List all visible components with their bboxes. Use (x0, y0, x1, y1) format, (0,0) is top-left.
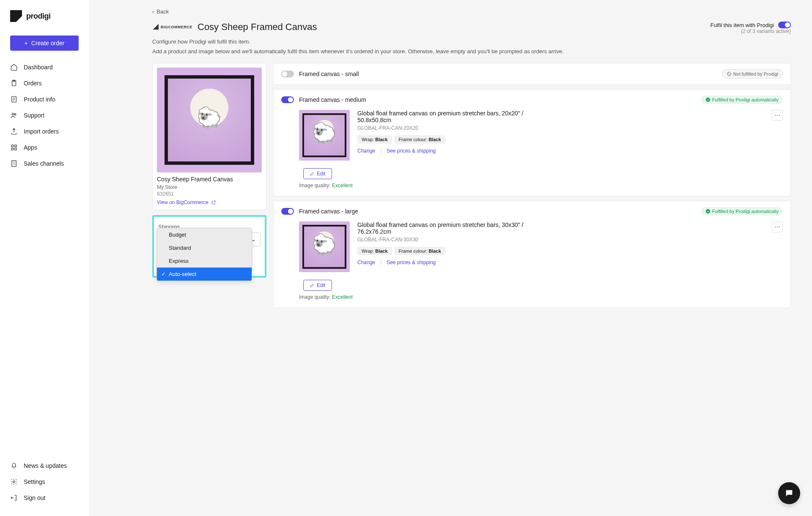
logo-text: prodigi (26, 12, 51, 21)
product-store: My Store (157, 184, 262, 190)
see-prices-link[interactable]: See prices & shipping (387, 259, 436, 265)
product-card: Cosy Sheep Framed Canvas My Store 632651… (152, 63, 266, 210)
svg-point-3 (14, 114, 16, 115)
doc-icon (10, 96, 18, 103)
change-link[interactable]: Change (357, 148, 375, 154)
fulfil-sub: (2 of 3 variants active) (710, 28, 791, 34)
sidebar-item-sales-channels[interactable]: Sales channels (0, 156, 89, 172)
variant-toggle-medium[interactable] (281, 96, 294, 103)
see-prices-link[interactable]: See prices & shipping (387, 148, 436, 154)
badge-label: Fulfilled by Prodigi automatically (712, 97, 779, 102)
svg-point-9 (13, 481, 15, 483)
dropdown-option-auto-select[interactable]: Auto-select (157, 268, 252, 281)
dropdown-option-budget[interactable]: Budget (157, 228, 252, 241)
svg-rect-14 (787, 493, 790, 493)
frame-chip: Frame colour: Black (395, 247, 445, 255)
sidebar-item-apps[interactable]: Apps (0, 139, 89, 156)
sidebar-item-dashboard[interactable]: Dashboard (0, 59, 89, 75)
variant-toggle-small[interactable] (281, 71, 294, 77)
check-circle-icon (705, 209, 710, 214)
create-order-label: Create order (31, 40, 65, 46)
product-image (157, 68, 262, 172)
back-link[interactable]: ‹ Back (152, 8, 791, 15)
variant-name: Global float framed canvas on premium st… (357, 110, 527, 123)
logo[interactable]: prodigi (0, 10, 89, 30)
shipping-card: Shipping Auto-select ⌄ Budget Standard E… (152, 215, 266, 278)
image-quality: Image quality: Excellent (299, 294, 783, 300)
edit-button[interactable]: Edit (303, 168, 332, 179)
description-2: Add a product and image below and we'll … (152, 48, 791, 55)
page-title: Cosy Sheep Framed Canvas (198, 22, 317, 33)
not-fulfilled-badge: Not fulfilled by Prodigi (722, 69, 783, 79)
chevron-left-icon: ‹ (152, 8, 154, 15)
wrap-chip: Wrap: Black (357, 247, 392, 255)
badge-label: Not fulfilled by Prodigi (733, 71, 778, 76)
edit-label: Edit (317, 171, 326, 177)
sidebar-item-orders[interactable]: Orders (0, 75, 89, 91)
variant-name: Global float framed canvas on premium st… (357, 221, 527, 235)
chat-fab[interactable] (778, 482, 800, 504)
ban-icon (727, 71, 732, 76)
main-content: ‹ Back BIGCOMMERCE Cosy Sheep Framed Can… (89, 0, 808, 516)
sidebar-item-label: Import orders (24, 128, 59, 135)
users-icon (10, 112, 18, 119)
edit-label: Edit (317, 282, 326, 288)
sidebar-item-news[interactable]: News & updates (0, 458, 89, 474)
create-order-button[interactable]: + Create order (10, 35, 79, 51)
variant-more-button[interactable]: ⋯ (772, 221, 783, 232)
gear-icon (10, 478, 18, 486)
change-link[interactable]: Change (357, 259, 375, 265)
back-label: Back (156, 8, 169, 15)
dropdown-option-express[interactable]: Express (157, 254, 252, 268)
image-quality: Image quality: Excellent (299, 183, 783, 188)
sidebar-item-settings[interactable]: Settings (0, 474, 89, 490)
variant-title: Framed canvas - large (299, 208, 358, 215)
auto-fulfilled-badge: Fulfilled by Prodigi automatically (701, 96, 783, 104)
sidebar-item-sign-out[interactable]: Sign out (0, 490, 89, 506)
view-on-bigcommerce-link[interactable]: View on BigCommerce (157, 199, 262, 205)
sidebar-item-import-orders[interactable]: Import orders (0, 123, 89, 139)
wrap-chip: Wrap: Black (357, 135, 392, 144)
variant-card-medium: Framed canvas - medium Fulfilled by Prod… (273, 89, 791, 197)
variant-thumbnail (299, 110, 350, 161)
sidebar-item-label: Sign out (24, 494, 45, 501)
variant-card-large: Framed canvas - large Fulfilled by Prodi… (273, 201, 791, 308)
fulfil-toggle[interactable] (778, 22, 791, 28)
svg-rect-13 (787, 491, 791, 492)
variant-card-small: Framed canvas - small Not fulfilled by P… (273, 63, 791, 85)
logo-mark-icon (10, 10, 22, 22)
shipping-dropdown: Budget Standard Express Auto-select (156, 228, 252, 281)
upload-icon (10, 128, 18, 135)
sidebar-item-label: Orders (24, 80, 42, 87)
variant-thumbnail (299, 221, 350, 272)
sidebar-item-product-info[interactable]: Product info (0, 91, 89, 107)
sign-out-icon (10, 494, 18, 502)
bell-icon (10, 462, 18, 470)
sidebar-item-label: Apps (24, 144, 37, 151)
badge-label: Fulfilled by Prodigi automatically (712, 209, 779, 214)
variant-more-button[interactable]: ⋯ (772, 110, 783, 121)
dropdown-option-standard[interactable]: Standard (157, 241, 252, 254)
variant-toggle-large[interactable] (281, 208, 294, 215)
sidebar-item-label: Dashboard (24, 64, 53, 71)
external-link-icon (211, 200, 216, 205)
sidebar-item-support[interactable]: Support (0, 107, 89, 123)
sidebar-item-label: Support (24, 112, 44, 119)
clipboard-icon (10, 79, 18, 87)
plus-icon: + (25, 40, 28, 46)
auto-fulfilled-badge: Fulfilled by Prodigi automatically (701, 207, 783, 216)
grid-icon (10, 144, 18, 151)
edit-button[interactable]: Edit (303, 280, 332, 291)
variant-sku: GLOBAL-FRA-CAN-30X30 (357, 237, 783, 243)
svg-rect-8 (12, 161, 16, 167)
sidebar-item-label: News & updates (24, 462, 67, 469)
description-1: Configure how Prodigi will fulfil this i… (152, 38, 791, 45)
variant-title: Framed canvas - small (299, 71, 359, 77)
fulfil-toggle-group: Fulfil this item with Prodigi (2 of 3 va… (710, 22, 791, 34)
bigcommerce-icon (152, 23, 160, 31)
bigcommerce-badge: BIGCOMMERCE (152, 23, 192, 31)
variant-title: Framed canvas - medium (299, 96, 366, 103)
product-name: Cosy Sheep Framed Canvas (157, 176, 262, 183)
svg-rect-7 (15, 148, 17, 150)
edit-icon (310, 172, 314, 176)
